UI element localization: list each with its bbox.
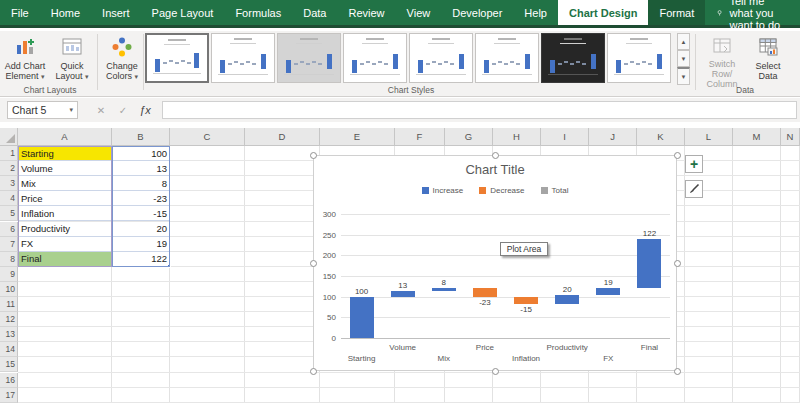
bar-mix[interactable] bbox=[432, 288, 456, 291]
row-header-13[interactable]: 13 bbox=[0, 327, 18, 342]
row-header-11[interactable]: 11 bbox=[0, 297, 18, 312]
chart-style-thumbnail-6[interactable] bbox=[475, 33, 539, 83]
row-header-4[interactable]: 4 bbox=[0, 191, 18, 206]
tab-view[interactable]: View bbox=[396, 0, 442, 25]
chart-selection-handle[interactable] bbox=[674, 368, 681, 375]
tab-help[interactable]: Help bbox=[513, 0, 558, 25]
cell-A8[interactable]: Final bbox=[18, 252, 112, 267]
waterfall-chart[interactable]: Chart Title IncreaseDecreaseTotal Plot A… bbox=[313, 155, 677, 371]
row-header-6[interactable]: 6 bbox=[0, 222, 18, 237]
chart-style-thumbnail-2[interactable] bbox=[211, 33, 275, 83]
legend-item-decrease[interactable]: Decrease bbox=[479, 186, 524, 195]
tell-me-box[interactable]: Tell me what you want to do bbox=[705, 0, 800, 25]
row-header-2[interactable]: 2 bbox=[0, 161, 18, 176]
chart-style-thumbnail-8[interactable] bbox=[607, 33, 671, 83]
row-header-8[interactable]: 8 bbox=[0, 252, 18, 267]
tab-data[interactable]: Data bbox=[292, 0, 337, 25]
select-data-button[interactable]: Select Data bbox=[745, 33, 791, 89]
name-box[interactable]: Chart 5 ▾ bbox=[7, 101, 78, 119]
chart-selection-handle[interactable] bbox=[310, 368, 317, 375]
bar-starting[interactable] bbox=[350, 297, 374, 338]
gallery-more-button[interactable]: ▼ bbox=[677, 67, 690, 85]
legend-item-total[interactable]: Total bbox=[541, 186, 569, 195]
tab-insert[interactable]: Insert bbox=[91, 0, 141, 25]
cell-A1[interactable]: Starting bbox=[18, 146, 112, 161]
cell-B8[interactable]: 122 bbox=[112, 252, 170, 267]
cell-B7[interactable]: 19 bbox=[112, 237, 170, 252]
chart-style-thumbnail-1[interactable] bbox=[145, 33, 209, 83]
column-header-G[interactable]: G bbox=[445, 128, 493, 146]
row-header-17[interactable]: 17 bbox=[0, 388, 18, 403]
tab-review[interactable]: Review bbox=[337, 0, 395, 25]
row-header-16[interactable]: 16 bbox=[0, 373, 18, 388]
add-chart-element-button[interactable]: Add Chart Element ▾ bbox=[2, 33, 48, 89]
cell-B1[interactable]: 100 bbox=[112, 146, 170, 161]
column-header-I[interactable]: I bbox=[541, 128, 589, 146]
chart-legend[interactable]: IncreaseDecreaseTotal bbox=[314, 186, 676, 195]
chart-selection-handle[interactable] bbox=[674, 152, 681, 159]
column-header-K[interactable]: K bbox=[637, 128, 685, 146]
change-colors-button[interactable]: Change Colors ▾ bbox=[99, 33, 145, 89]
column-header-C[interactable]: C bbox=[170, 128, 245, 146]
row-header-14[interactable]: 14 bbox=[0, 342, 18, 357]
row-header-3[interactable]: 3 bbox=[0, 176, 18, 191]
enter-button[interactable]: ✓ bbox=[112, 105, 134, 116]
bar-inflation[interactable] bbox=[514, 297, 538, 303]
column-header-A[interactable]: A bbox=[18, 128, 112, 146]
formula-input[interactable] bbox=[162, 101, 797, 119]
cell-B4[interactable]: -23 bbox=[112, 191, 170, 206]
column-header-E[interactable]: E bbox=[320, 128, 395, 146]
bar-fx[interactable] bbox=[596, 288, 620, 296]
cell-A6[interactable]: Productivity bbox=[18, 222, 112, 237]
row-header-10[interactable]: 10 bbox=[0, 282, 18, 297]
bar-productivity[interactable] bbox=[555, 295, 579, 303]
row-header-12[interactable]: 12 bbox=[0, 312, 18, 327]
tab-formulas[interactable]: Formulas bbox=[224, 0, 292, 25]
row-header-7[interactable]: 7 bbox=[0, 237, 18, 252]
insert-function-button[interactable]: ƒx bbox=[134, 104, 156, 116]
quick-layout-button[interactable]: Quick Layout ▾ bbox=[49, 33, 95, 89]
select-all-corner[interactable] bbox=[0, 128, 18, 146]
column-header-F[interactable]: F bbox=[395, 128, 445, 146]
cell-A4[interactable]: Price bbox=[18, 191, 112, 206]
chart-style-thumbnail-3[interactable] bbox=[277, 33, 341, 83]
chart-selection-handle[interactable] bbox=[492, 368, 499, 375]
column-header-L[interactable]: L bbox=[685, 128, 733, 146]
cell-A7[interactable]: FX bbox=[18, 237, 112, 252]
name-box-dropdown-icon[interactable]: ▾ bbox=[69, 106, 73, 114]
chart-styles-button[interactable] bbox=[685, 180, 703, 198]
cell-A2[interactable]: Volume bbox=[18, 161, 112, 176]
chart-title[interactable]: Chart Title bbox=[314, 162, 676, 177]
range-fill-handle[interactable] bbox=[167, 264, 171, 268]
chart-selection-handle[interactable] bbox=[492, 152, 499, 159]
switch-row-column-button[interactable]: Switch Row/ Column bbox=[699, 33, 745, 89]
bar-final[interactable] bbox=[637, 239, 661, 288]
column-header-D[interactable]: D bbox=[245, 128, 320, 146]
bar-price[interactable] bbox=[473, 288, 497, 298]
column-header-B[interactable]: B bbox=[112, 128, 170, 146]
row-header-9[interactable]: 9 bbox=[0, 267, 18, 282]
column-header-M[interactable]: M bbox=[733, 128, 781, 146]
cell-B5[interactable]: -15 bbox=[112, 206, 170, 221]
gallery-up-button[interactable]: ▲ bbox=[677, 33, 690, 50]
column-header-J[interactable]: J bbox=[589, 128, 637, 146]
gallery-down-button[interactable]: ▼ bbox=[677, 50, 690, 67]
column-header-N[interactable]: N bbox=[781, 128, 800, 146]
chart-style-thumbnail-4[interactable] bbox=[343, 33, 407, 83]
row-header-1[interactable]: 1 bbox=[0, 146, 18, 161]
cell-B6[interactable]: 20 bbox=[112, 222, 170, 237]
row-header-5[interactable]: 5 bbox=[0, 206, 18, 221]
chart-selection-handle[interactable] bbox=[674, 260, 681, 267]
tab-format[interactable]: Format bbox=[648, 0, 705, 25]
tab-developer[interactable]: Developer bbox=[441, 0, 513, 25]
tab-chart-design[interactable]: Chart Design bbox=[558, 0, 648, 25]
cell-B2[interactable]: 13 bbox=[112, 161, 170, 176]
cell-B3[interactable]: 8 bbox=[112, 176, 170, 191]
chart-style-thumbnail-7[interactable] bbox=[541, 33, 605, 83]
row-header-15[interactable]: 15 bbox=[0, 357, 18, 372]
cancel-button[interactable]: ✕ bbox=[90, 105, 112, 116]
bar-volume[interactable] bbox=[391, 291, 415, 296]
cell-A3[interactable]: Mix bbox=[18, 176, 112, 191]
tab-file[interactable]: File bbox=[0, 0, 40, 25]
chart-elements-button[interactable]: + bbox=[685, 155, 703, 173]
